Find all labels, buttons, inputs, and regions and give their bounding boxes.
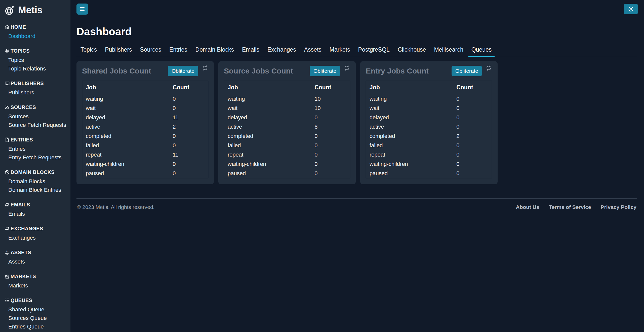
sidebar-item-sources-queue[interactable]: Sources Queue — [5, 314, 70, 322]
jobs-table: Job Count waiting0 wait0 delayed0 active… — [366, 81, 492, 178]
footer-link-privacy-policy[interactable]: Privacy Policy — [601, 204, 636, 210]
section-title: DOMAIN BLOCKS — [11, 169, 55, 175]
section-title: EXCHANGES — [11, 226, 43, 232]
tab-domain-blocks[interactable]: Domain Blocks — [191, 44, 238, 57]
globe-pen-icon — [4, 5, 15, 16]
table-row: waiting0 — [366, 94, 492, 104]
tab-emails[interactable]: Emails — [238, 44, 263, 57]
refresh-icon[interactable] — [344, 65, 350, 72]
tab-entries[interactable]: Entries — [165, 44, 191, 57]
sidebar-item-domain-blocks[interactable]: Domain Blocks — [5, 177, 70, 186]
tab-publishers[interactable]: Publishers — [101, 44, 136, 57]
table-row: delayed0 — [224, 113, 350, 122]
sidebar-item-entries-queue[interactable]: Entries Queue — [5, 322, 70, 331]
table-row: wait0 — [82, 103, 208, 113]
tab-topics[interactable]: Topics — [76, 44, 101, 57]
queue-cards-row: Shared Jobs Count Obliterate Job — [76, 61, 637, 184]
sidebar-section-queues: QUEUES Shared Queue Sources Queue Entrie… — [5, 298, 70, 331]
rss-icon — [5, 105, 11, 110]
sidebar-item-dashboard[interactable]: Dashboard — [5, 32, 70, 41]
obliterate-button[interactable]: Obliterate — [452, 66, 482, 76]
table-row: completed0 — [82, 131, 208, 141]
sidebar-item-entry-fetch-requests[interactable]: Entry Fetch Requests — [5, 153, 70, 162]
hand-dollar-icon: $ — [5, 250, 11, 255]
sidebar: Metis HOME Dashboard TOPICS Topics Topic… — [0, 0, 70, 332]
table-row: waiting10 — [224, 94, 350, 104]
sidebar-item-exchanges[interactable]: Exchanges — [5, 234, 70, 242]
sidebar-nav: HOME Dashboard TOPICS Topics Topic Relat… — [0, 18, 70, 331]
hash-icon — [5, 48, 11, 54]
sidebar-item-source-fetch-requests[interactable]: Source Fetch Requests — [5, 121, 70, 129]
gear-icon — [628, 6, 634, 12]
sidebar-item-entries[interactable]: Entries — [5, 145, 70, 153]
tab-meilisearch[interactable]: Meilisearch — [430, 44, 467, 57]
tab-postgresql[interactable]: PostgreSQL — [354, 44, 394, 57]
footer-link-about-us[interactable]: About Us — [516, 204, 539, 210]
sidebar-section-home: HOME Dashboard — [5, 24, 70, 41]
tab-exchanges[interactable]: Exchanges — [263, 44, 300, 57]
sidebar-item-emails[interactable]: Emails — [5, 210, 70, 218]
table-row: repeat0 — [366, 150, 492, 159]
table-row: delayed11 — [82, 113, 208, 122]
copyright-text: © 2023 Metis. All rights reserved. — [77, 204, 154, 210]
refresh-icon[interactable] — [486, 65, 492, 72]
sidebar-item-shared-queue[interactable]: Shared Queue — [5, 305, 70, 314]
card-title: Source Jobs Count — [224, 67, 310, 75]
obliterate-button[interactable]: Obliterate — [168, 66, 198, 76]
footer-link-terms-of-service[interactable]: Terms of Service — [549, 204, 591, 210]
section-title: PUBLISHERS — [11, 81, 44, 86]
table-row: waiting0 — [82, 94, 208, 104]
sidebar-section-sources: SOURCES Sources Source Fetch Requests — [5, 104, 70, 129]
column-header-job: Job — [366, 81, 453, 94]
ban-icon — [5, 170, 11, 175]
sidebar-item-domain-block-entries[interactable]: Domain Block Entries — [5, 186, 70, 194]
sidebar-item-assets[interactable]: Assets — [5, 257, 70, 266]
sidebar-item-topics[interactable]: Topics — [5, 56, 70, 64]
sidebar-section-markets: MARKETS Markets — [5, 274, 70, 290]
tab-sources[interactable]: Sources — [136, 44, 165, 57]
hamburger-icon — [79, 6, 85, 12]
tab-clickhouse[interactable]: Clickhouse — [394, 44, 430, 57]
jobs-table: Job Count waiting0 wait0 delayed11 activ… — [82, 81, 208, 178]
shared-jobs-card: Shared Jobs Count Obliterate Job — [76, 61, 214, 184]
main-area: Dashboard Topics Publishers Sources Entr… — [70, 0, 644, 332]
tab-queues[interactable]: Queues — [467, 44, 496, 57]
section-title: ASSETS — [11, 250, 31, 255]
table-row: wait10 — [224, 103, 350, 113]
table-row: failed0 — [366, 141, 492, 150]
sidebar-section-domain-blocks: DOMAIN BLOCKS Domain Blocks Domain Block… — [5, 169, 70, 194]
column-header-count: Count — [453, 81, 492, 94]
tab-assets[interactable]: Assets — [300, 44, 326, 57]
sidebar-section-exchanges: EXCHANGES Exchanges — [5, 226, 70, 242]
section-title: TOPICS — [11, 48, 30, 54]
table-row: paused0 — [366, 169, 492, 178]
obliterate-button[interactable]: Obliterate — [310, 66, 340, 76]
tab-markets[interactable]: Markets — [326, 44, 354, 57]
topbar — [70, 0, 644, 18]
entry-jobs-card: Entry Jobs Count Obliterate Job — [360, 61, 498, 184]
refresh-icon[interactable] — [202, 65, 208, 72]
sidebar-toggle-button[interactable] — [76, 4, 88, 15]
section-title: SOURCES — [11, 104, 36, 110]
app-logo: Metis — [0, 0, 70, 18]
sidebar-item-topic-relations[interactable]: Topic Relations — [5, 64, 70, 73]
svg-text:$: $ — [6, 250, 8, 253]
page-content: Dashboard Topics Publishers Sources Entr… — [70, 18, 644, 332]
table-row: waiting-children0 — [224, 159, 350, 169]
sidebar-section-emails: EMAILS Emails — [5, 202, 70, 218]
section-title: ENTRIES — [11, 137, 33, 143]
table-row: wait0 — [366, 103, 492, 113]
table-row: completed2 — [366, 131, 492, 141]
exchange-arrows-icon — [5, 226, 11, 231]
sidebar-item-markets[interactable]: Markets — [5, 281, 70, 290]
sidebar-item-sources[interactable]: Sources — [5, 112, 70, 121]
list-check-icon — [5, 298, 11, 303]
card-title: Shared Jobs Count — [82, 67, 168, 75]
settings-button[interactable] — [624, 4, 638, 14]
table-row: repeat11 — [82, 150, 208, 159]
table-row: failed0 — [224, 141, 350, 150]
newspaper-icon — [5, 81, 11, 86]
sidebar-item-publishers[interactable]: Publishers — [5, 88, 70, 97]
table-row: waiting-children0 — [366, 159, 492, 169]
table-row: waiting-children0 — [82, 159, 208, 169]
